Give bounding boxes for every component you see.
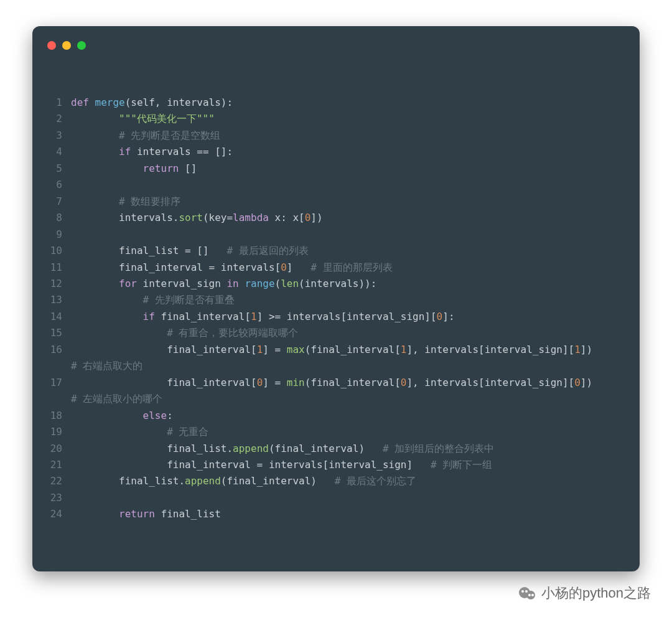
code-token-txt <box>71 294 143 306</box>
code-content: return final_list <box>71 506 221 522</box>
code-token-num: 0 <box>281 261 287 273</box>
code-token-fnG: max <box>287 344 305 355</box>
code-line: 14 if final_interval[1] >= intervals[int… <box>41 309 631 325</box>
code-token-txt: (final_interval) <box>269 443 383 454</box>
watermark-text: 小杨的python之路 <box>541 584 651 603</box>
code-token-txt: x: x[ <box>269 212 305 223</box>
line-number: 15 <box>41 325 71 341</box>
code-content: # 右端点取大的 <box>71 358 142 374</box>
code-line: 5 return [] <box>41 161 631 177</box>
code-token-txt: final_interval[ <box>71 377 257 388</box>
code-line: 13 # 先判断是否有重叠 <box>41 292 631 308</box>
line-number: 14 <box>41 309 71 325</box>
code-token-cmt: # 最后返回的列表 <box>226 245 308 256</box>
line-number: 21 <box>41 457 71 473</box>
code-token-fnG: min <box>287 377 305 388</box>
code-line: 2 """代码美化一下""" <box>41 111 631 127</box>
code-content: final_list.append(final_interval) # 加到组后… <box>71 441 494 457</box>
line-number: 9 <box>41 227 71 243</box>
code-token-txt: ] <box>287 261 311 273</box>
code-token-fnG: len <box>281 278 299 289</box>
code-token-str: """代码美化一下""" <box>119 113 215 124</box>
code-token-txt: final_list. <box>71 443 233 454</box>
code-token-num: 1 <box>257 344 263 355</box>
code-content: final_list.append(final_interval) # 最后这个… <box>71 473 416 489</box>
code-line: 20 final_list.append(final_interval) # 加… <box>41 441 631 457</box>
code-line: 7 # 数组要排序 <box>41 194 631 210</box>
wechat-icon <box>519 585 536 602</box>
zoom-icon[interactable] <box>77 41 86 50</box>
code-token-kw: if <box>143 311 155 322</box>
line-number: 18 <box>41 408 71 424</box>
code-token-fn: range <box>245 278 274 289</box>
code-token-txt <box>71 278 119 289</box>
code-token-txt: ] >= intervals[interval_sign][ <box>257 311 437 322</box>
code-token-txt: ]) <box>581 377 605 388</box>
code-token-kw: for <box>119 278 137 289</box>
code-token-kw: else <box>143 410 167 421</box>
code-line: 3 # 先判断是否是空数组 <box>41 128 631 144</box>
code-content: # 数组要排序 <box>71 194 180 210</box>
line-number: 6 <box>41 177 71 193</box>
line-number: 8 <box>41 210 71 226</box>
line-number: 1 <box>41 95 71 111</box>
code-line: 16 final_interval[1] = max(final_interva… <box>41 342 631 358</box>
code-line: 12 for interval_sign in range(len(interv… <box>41 276 631 292</box>
code-content: final_list = [] # 最后返回的列表 <box>71 243 309 259</box>
code-line: 10 final_list = [] # 最后返回的列表 <box>41 243 631 259</box>
code-line: 1def merge(self, intervals): <box>41 95 631 111</box>
code-token-cmt: # 最后这个别忘了 <box>335 475 416 487</box>
code-token-txt: [] <box>179 162 197 174</box>
code-token-fnG: append <box>185 475 221 487</box>
code-line-wrap: # 右端点取大的 <box>41 358 631 374</box>
line-number: 4 <box>41 144 71 160</box>
watermark: 小杨的python之路 <box>519 584 651 603</box>
line-number: 11 <box>41 260 71 276</box>
code-token-cmt: # 判断下一组 <box>431 459 492 471</box>
line-number: 7 <box>41 194 71 210</box>
code-token-txt <box>71 129 119 141</box>
code-token-txt <box>71 146 119 157</box>
code-content: else: <box>71 408 173 424</box>
code-content: if intervals == []: <box>71 144 233 160</box>
line-number: 19 <box>41 424 71 440</box>
code-card: 1def merge(self, intervals):2 """代码美化一下"… <box>32 26 640 571</box>
code-token-num: 0 <box>574 377 581 388</box>
code-token-txt: : <box>167 410 173 421</box>
line-number: 17 <box>41 375 71 391</box>
code-token-kw: in <box>226 278 238 289</box>
code-content: if final_interval[1] >= intervals[interv… <box>71 309 455 325</box>
code-content: final_interval = intervals[interval_sign… <box>71 457 492 473</box>
code-token-kw: if <box>119 146 131 157</box>
code-content: # 左端点取小的哪个 <box>71 391 162 407</box>
code-line: 17 final_interval[0] = min(final_interva… <box>41 375 631 391</box>
code-token-cmt: # 左端点取小的哪个 <box>71 393 162 405</box>
code-line: 15 # 有重合，要比较两端取哪个 <box>41 325 631 341</box>
code-token-txt <box>71 162 143 174</box>
code-line: 24 return final_list <box>41 506 631 522</box>
window-controls <box>47 41 86 50</box>
line-number: 20 <box>41 441 71 457</box>
close-icon[interactable] <box>47 41 56 50</box>
code-token-txt: ], intervals[interval_sign][ <box>406 344 574 355</box>
line-number: 10 <box>41 243 71 259</box>
code-line: 22 final_list.append(final_interval) # 最… <box>41 473 631 489</box>
code-content: intervals.sort(key=lambda x: x[0]) <box>71 210 323 226</box>
code-token-fnG: append <box>233 443 269 454</box>
code-token-txt: (final_interval[ <box>305 377 401 388</box>
line-number: 5 <box>41 161 71 177</box>
code-content: def merge(self, intervals): <box>71 95 233 111</box>
code-line-wrap: # 左端点取小的哪个 <box>41 391 631 407</box>
line-number: 22 <box>41 473 71 489</box>
code-token-cmt: # 里面的那层列表 <box>310 261 392 273</box>
code-token-cmt: # 先判断是否是空数组 <box>119 129 220 141</box>
minimize-icon[interactable] <box>62 41 71 50</box>
code-token-kw: lambda <box>233 212 269 223</box>
code-token-num: 1 <box>574 344 581 355</box>
code-token-txt: ]: <box>442 311 454 322</box>
code-content: for interval_sign in range(len(intervals… <box>71 276 376 292</box>
code-token-cmt: # 先判断是否有重叠 <box>143 294 235 306</box>
code-line: 4 if intervals == []: <box>41 144 631 160</box>
code-line: 23 <box>41 490 631 506</box>
code-token-txt: final_list <box>155 508 221 520</box>
